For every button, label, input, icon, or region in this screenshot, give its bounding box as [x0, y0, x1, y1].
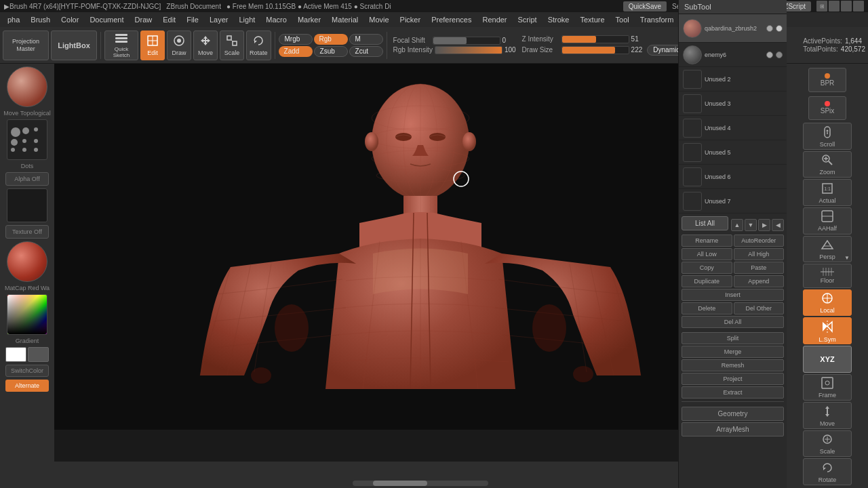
- subtool-item-3[interactable]: Unused 2: [679, 67, 787, 92]
- frame-button[interactable]: Frame: [803, 374, 852, 401]
- menu-picker[interactable]: Picker: [395, 14, 426, 25]
- menu-macro[interactable]: Macro: [261, 14, 292, 25]
- array-mesh-button[interactable]: ArrayMesh: [682, 422, 784, 436]
- persp-button[interactable]: Persp ▼: [803, 236, 852, 263]
- brush-stroke-preview[interactable]: [7, 119, 47, 160]
- remesh-button[interactable]: Remesh: [682, 359, 784, 371]
- subtool-item-4[interactable]: Unused 3: [679, 92, 787, 116]
- quicksave-button[interactable]: QuickSave: [623, 1, 667, 12]
- menu-texture[interactable]: Texture: [575, 14, 609, 25]
- menu-draw[interactable]: Draw: [130, 14, 157, 25]
- icon-btn-4[interactable]: [853, 1, 864, 12]
- arrow-down-button[interactable]: ▼: [745, 219, 757, 231]
- draw-button[interactable]: Draw: [167, 30, 191, 60]
- menu-color[interactable]: Color: [56, 14, 83, 25]
- arrow-right-button[interactable]: ▶: [758, 219, 770, 231]
- menu-movie[interactable]: Movie: [364, 14, 393, 25]
- menu-script[interactable]: Script: [513, 14, 542, 25]
- arrow-left-button[interactable]: ◀: [772, 219, 784, 231]
- del-all-button[interactable]: Del All: [682, 316, 784, 328]
- subtool-vis-toggle-1[interactable]: [766, 25, 773, 32]
- icon-btn-3[interactable]: [841, 1, 852, 12]
- rgb-intensity-slider[interactable]: [435, 46, 502, 54]
- menu-material[interactable]: Material: [327, 14, 363, 25]
- menu-document[interactable]: Document: [85, 14, 128, 25]
- z-intensity-slider[interactable]: [561, 35, 629, 43]
- alternate-button[interactable]: Alternate: [5, 380, 49, 392]
- zcut-button[interactable]: Zcut: [349, 46, 383, 57]
- move-button[interactable]: Move: [193, 30, 218, 60]
- subtool-item-7[interactable]: Unused 6: [679, 165, 787, 189]
- menu-edit[interactable]: Edit: [158, 14, 180, 25]
- append-button[interactable]: Append: [734, 275, 785, 287]
- bpr-button[interactable]: BPR: [808, 68, 846, 92]
- m-toggle[interactable]: M: [349, 34, 383, 45]
- menu-marker[interactable]: Marker: [293, 14, 326, 25]
- insert-button[interactable]: Insert: [682, 289, 784, 301]
- mrgb-button[interactable]: Mrgb: [279, 34, 313, 45]
- edit-button[interactable]: Edit: [140, 30, 165, 60]
- menu-brush[interactable]: Brush: [26, 14, 55, 25]
- actual-button[interactable]: 1:1 Actual: [803, 179, 852, 206]
- icon-btn-2[interactable]: [829, 1, 840, 12]
- alpha-off-button[interactable]: Alpha Off: [5, 172, 49, 186]
- gradient-swatches[interactable]: [5, 347, 49, 362]
- zsub-button[interactable]: Zsub: [314, 46, 348, 57]
- rgb-button[interactable]: Rgb: [314, 34, 348, 45]
- spix-button[interactable]: SPix: [808, 96, 846, 121]
- list-all-button[interactable]: List All: [682, 216, 728, 230]
- color-picker[interactable]: [7, 294, 47, 335]
- subtool-item-8[interactable]: Unused 7: [679, 189, 787, 214]
- arrow-up-button[interactable]: ▲: [731, 219, 743, 231]
- focal-shift-slider[interactable]: [433, 37, 500, 45]
- rename-button[interactable]: Rename: [682, 235, 732, 247]
- menu-preferences[interactable]: Preferences: [427, 14, 476, 25]
- merge-button[interactable]: Merge: [682, 346, 784, 358]
- lightbox-button[interactable]: LightBox: [51, 30, 97, 60]
- material-sphere[interactable]: [7, 241, 47, 282]
- subtool-vis-toggle-2[interactable]: [766, 52, 773, 58]
- scale-tool-button[interactable]: Scale: [803, 430, 852, 458]
- del-other-button[interactable]: Del Other: [734, 302, 785, 314]
- quick-sketch-button[interactable]: Quick Sketch: [104, 30, 138, 60]
- menu-transform[interactable]: Transform: [635, 14, 679, 25]
- draw-size-slider[interactable]: [561, 46, 629, 54]
- geometry-button[interactable]: Geometry: [682, 407, 784, 421]
- extract-button[interactable]: Extract: [682, 386, 784, 399]
- alpha-preview[interactable]: [7, 188, 47, 222]
- projection-master-button[interactable]: ProjectionMaster: [3, 30, 49, 60]
- local-button[interactable]: Local: [803, 289, 852, 317]
- scale-button[interactable]: Scale: [220, 30, 244, 60]
- icon-btn-1[interactable]: ⊞: [816, 1, 827, 12]
- copy-button[interactable]: Copy: [682, 262, 732, 274]
- subtool-item-5[interactable]: Unused 4: [679, 116, 787, 140]
- scroll-button[interactable]: Scroll: [803, 123, 852, 150]
- duplicate-button[interactable]: Duplicate: [682, 275, 732, 287]
- rotate-button[interactable]: Rotate: [246, 30, 271, 60]
- all-low-button[interactable]: All Low: [682, 248, 732, 260]
- menu-light[interactable]: Light: [234, 14, 260, 25]
- split-button[interactable]: Split: [682, 332, 784, 344]
- aahalf-button[interactable]: AAHalf: [803, 207, 852, 235]
- texture-off-button[interactable]: Texture Off: [5, 225, 49, 239]
- zoom-button[interactable]: Zoom: [803, 151, 852, 178]
- brush-preview-sphere[interactable]: [7, 66, 47, 107]
- lsym-button[interactable]: L.Sym: [803, 317, 852, 344]
- subtool-item-6[interactable]: Unused 5: [679, 140, 787, 165]
- rotate-tool-button[interactable]: Rotate: [803, 458, 852, 485]
- menu-render[interactable]: Render: [477, 14, 511, 25]
- project-button[interactable]: Project: [682, 373, 784, 385]
- subtool-eye-toggle-2[interactable]: [776, 52, 783, 58]
- canvas-area[interactable]: [54, 64, 787, 488]
- menu-tool[interactable]: Tool: [611, 14, 634, 25]
- subtool-eye-toggle-1[interactable]: [776, 25, 783, 32]
- all-high-button[interactable]: All High: [734, 248, 785, 260]
- xyz-button[interactable]: XYZ: [803, 346, 852, 373]
- subtool-item-1[interactable]: qabardina_zbrush2: [679, 14, 787, 43]
- move-tool-button[interactable]: Move: [803, 402, 852, 429]
- switch-color-button[interactable]: SwitchColor: [5, 365, 49, 377]
- subtool-item-2[interactable]: enemy6: [679, 43, 787, 67]
- menu-layer[interactable]: Layer: [205, 14, 233, 25]
- paste-button[interactable]: Paste: [734, 262, 785, 274]
- menu-file[interactable]: File: [182, 14, 203, 25]
